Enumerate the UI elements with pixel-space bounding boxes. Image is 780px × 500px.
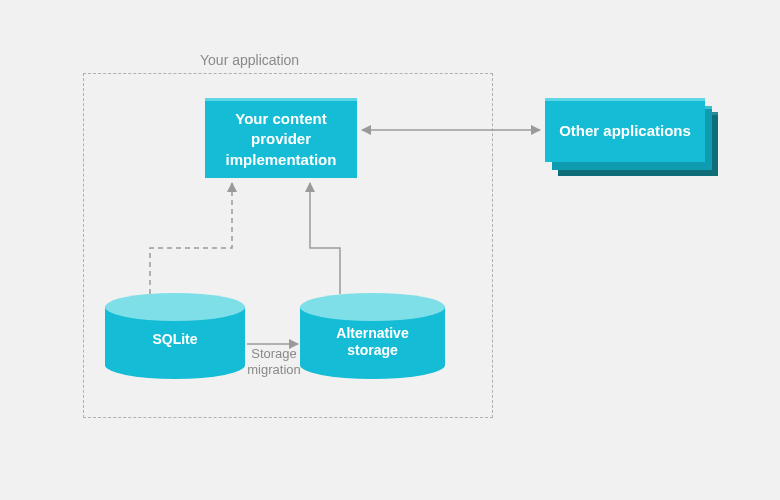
other-applications-label: Other applications [559,121,691,141]
alternative-storage-cylinder: Alternative storage [300,293,445,379]
alternative-storage-label: Alternative storage [300,325,445,359]
other-applications-box: Other applications [545,98,705,162]
storage-migration-label: Storage migration [244,346,304,377]
content-provider-label: Your content provider implementation [226,109,337,170]
application-boundary-label: Your application [200,52,299,68]
content-provider-box: Your content provider implementation [205,98,357,178]
sqlite-cylinder: SQLite [105,293,245,379]
sqlite-label: SQLite [105,331,245,348]
